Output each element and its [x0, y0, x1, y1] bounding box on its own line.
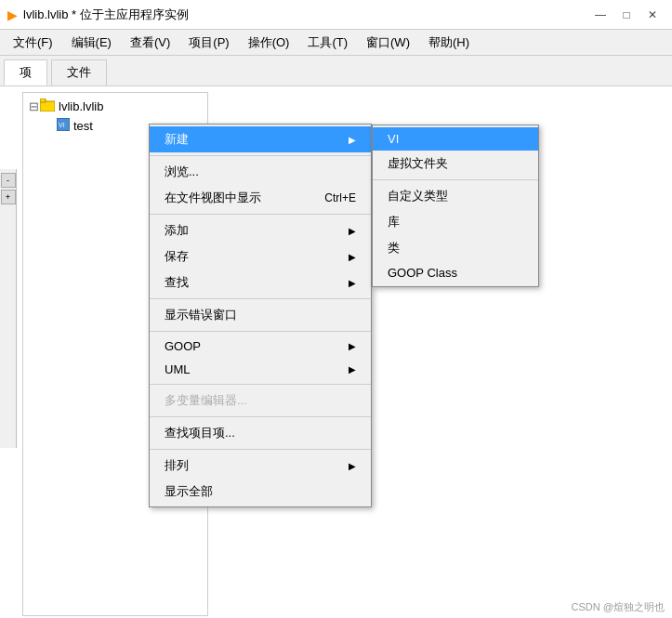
ctx-shortcut-show-in-file: Ctrl+E — [324, 191, 356, 204]
ctx-item-show-in-file[interactable]: 在文件视图中显示 Ctrl+E — [150, 185, 371, 211]
svg-rect-0 — [40, 101, 55, 112]
ctx-arrow-add: ▶ — [349, 226, 356, 236]
watermark: CSDN @煊独之明也 — [572, 600, 665, 614]
ctx-arrow-goop: ▶ — [349, 341, 356, 351]
ctx-item-show-errors[interactable]: 显示错误窗口 — [150, 302, 371, 328]
submenu-label-goop-class: GOOP Class — [388, 266, 457, 280]
submenu-label-custom-type: 自定义类型 — [388, 188, 448, 204]
ctx-item-add[interactable]: 添加 ▶ — [150, 217, 371, 243]
menu-item-view[interactable]: 查看(V) — [121, 30, 179, 55]
title-bar: ▶ lvlib.lvlib * 位于主应用程序实例 — □ ✕ — [0, 0, 672, 30]
submenu-item-virtual-folder[interactable]: 虚拟文件夹 — [373, 151, 538, 177]
submenu-item-goop-class[interactable]: GOOP Class — [373, 261, 538, 284]
submenu-label-class: 类 — [388, 240, 400, 256]
submenu-label-library: 库 — [388, 214, 400, 230]
tab-files[interactable]: 文件 — [51, 59, 107, 85]
menu-item-help[interactable]: 帮助(H) — [419, 30, 479, 55]
menu-bar: 文件(F) 编辑(E) 查看(V) 项目(P) 操作(O) 工具(T) 窗口(W… — [0, 30, 672, 56]
ctx-item-uml[interactable]: UML ▶ — [150, 358, 371, 381]
ctx-item-arrange[interactable]: 排列 ▶ — [150, 453, 371, 479]
ctx-sep-5 — [150, 384, 371, 385]
ctx-sep-4 — [150, 331, 371, 332]
ctx-label-uml: UML — [165, 362, 190, 376]
ctx-item-find-items[interactable]: 查找项目项... — [150, 420, 371, 446]
ctx-item-show-all[interactable]: 显示全部 — [150, 479, 371, 505]
menu-item-tools[interactable]: 工具(T) — [298, 30, 357, 55]
minimize-button[interactable]: — — [588, 3, 613, 27]
submenu-label-virtual-folder: 虚拟文件夹 — [388, 155, 448, 172]
ctx-arrow-arrange: ▶ — [349, 461, 356, 471]
tree-root-label: lvlib.lvlib — [59, 99, 103, 113]
ctx-item-multi-edit: 多变量编辑器... — [150, 388, 371, 414]
tab-bar: 项 文件 — [0, 56, 672, 86]
ctx-arrow-find: ▶ — [349, 278, 356, 288]
folder-icon — [40, 99, 55, 114]
ctx-arrow-uml: ▶ — [349, 364, 356, 375]
ctx-item-goop[interactable]: GOOP ▶ — [150, 335, 371, 358]
submenu-item-class[interactable]: 类 — [373, 235, 538, 261]
ctx-sep-3 — [150, 298, 371, 299]
ctx-item-find[interactable]: 查找 ▶ — [150, 270, 371, 296]
ctx-item-browse[interactable]: 浏览... — [150, 159, 371, 185]
ctx-arrow-save: ▶ — [349, 252, 356, 262]
ctx-item-save[interactable]: 保存 ▶ — [150, 243, 371, 270]
ctx-label-save: 保存 — [165, 248, 189, 265]
submenu-label-vi: VI — [388, 132, 399, 146]
submenu-item-custom-type[interactable]: 自定义类型 — [373, 183, 538, 209]
ctx-sep-6 — [150, 416, 371, 417]
maximize-button[interactable]: □ — [614, 3, 639, 27]
ctx-item-new[interactable]: 新建 ▶ — [150, 126, 371, 152]
close-button[interactable]: ✕ — [640, 3, 665, 27]
svg-rect-1 — [40, 99, 46, 102]
menu-item-project[interactable]: 项目(P) — [179, 30, 238, 55]
ctx-label-multi-edit: 多变量编辑器... — [165, 392, 247, 409]
ctx-arrow-new: ▶ — [349, 135, 356, 145]
ctx-label-show-errors: 显示错误窗口 — [165, 307, 237, 323]
ctx-sep-1 — [150, 155, 371, 156]
submenu-sep-1 — [373, 179, 538, 180]
submenu: VI 虚拟文件夹 自定义类型 库 类 GOOP Class — [372, 125, 539, 287]
title-controls: — □ ✕ — [588, 3, 665, 27]
ctx-label-find: 查找 — [165, 274, 189, 291]
menu-item-window[interactable]: 窗口(W) — [357, 30, 419, 55]
tab-items[interactable]: 项 — [4, 59, 47, 85]
vi-file-icon: VI — [57, 118, 70, 134]
strip-btn-2[interactable]: + — [1, 190, 16, 204]
ctx-label-new: 新建 — [165, 131, 189, 148]
ctx-label-show-in-file: 在文件视图中显示 — [165, 190, 261, 206]
menu-item-file[interactable]: 文件(F) — [4, 30, 62, 55]
context-menu: 新建 ▶ 浏览... 在文件视图中显示 Ctrl+E 添加 ▶ 保存 ▶ 查找 … — [149, 124, 372, 507]
ctx-sep-2 — [150, 214, 371, 215]
ctx-label-add: 添加 — [165, 222, 189, 239]
ctx-label-find-items: 查找项目项... — [165, 425, 235, 441]
title-bar-icon: ▶ — [7, 7, 18, 22]
main-area: - + ⊟ lvlib.lvlib · VI — [0, 86, 672, 618]
submenu-item-vi[interactable]: VI — [373, 127, 538, 151]
ctx-label-goop: GOOP — [165, 339, 201, 353]
tree-expand-icon: ⊟ — [27, 99, 40, 113]
strip-btn-1[interactable]: - — [1, 173, 16, 188]
tree-child-label: test — [73, 119, 93, 133]
submenu-item-library[interactable]: 库 — [373, 209, 538, 235]
tree-root-item[interactable]: ⊟ lvlib.lvlib — [27, 97, 204, 116]
ctx-label-browse: 浏览... — [165, 164, 199, 180]
menu-item-operate[interactable]: 操作(O) — [239, 30, 299, 55]
tree-child-expand: · — [44, 119, 57, 133]
menu-item-edit[interactable]: 编辑(E) — [62, 30, 121, 55]
svg-text:VI: VI — [59, 122, 65, 128]
left-strip: - + — [0, 169, 17, 448]
title-text: lvlib.lvlib * 位于主应用程序实例 — [23, 7, 588, 23]
ctx-sep-7 — [150, 449, 371, 450]
ctx-label-show-all: 显示全部 — [165, 483, 213, 500]
ctx-label-arrange: 排列 — [165, 457, 189, 474]
